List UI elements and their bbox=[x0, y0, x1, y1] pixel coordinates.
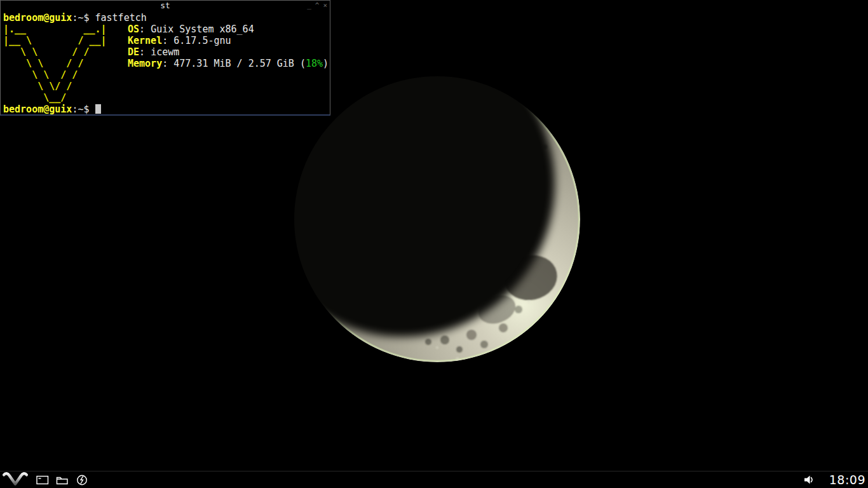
start-menu-button[interactable] bbox=[0, 471, 31, 488]
guix-ascii-logo-line: \__/ bbox=[3, 92, 327, 104]
prompt-user-host: bedroom@guix bbox=[3, 104, 72, 115]
terminal-command-line: bedroom@guix:~$ fastfetch bbox=[3, 12, 327, 24]
file-manager-launcher-button[interactable] bbox=[55, 473, 69, 486]
terminal-launcher-button[interactable] bbox=[36, 473, 50, 486]
terminal-prompt-line: bedroom@guix:~$ bbox=[3, 104, 327, 115]
terminal-cursor bbox=[95, 104, 101, 114]
prompt-suffix: :~$ bbox=[72, 104, 95, 115]
terminal-titlebar[interactable]: st _ ^ × bbox=[1, 1, 330, 11]
taskbar-clock[interactable]: 18:09 bbox=[829, 471, 865, 488]
taskbar: 18:09 bbox=[0, 471, 868, 488]
speaker-icon bbox=[803, 475, 815, 485]
volume-button[interactable] bbox=[803, 474, 815, 485]
browser-launcher-button[interactable] bbox=[75, 473, 89, 486]
fastfetch-de-line: DE: icewm bbox=[128, 46, 329, 58]
fastfetch-memory-line: Memory: 477.31 MiB / 2.57 GiB (18%) bbox=[128, 58, 329, 69]
browser-lightning-icon bbox=[76, 475, 88, 485]
terminal-screen[interactable]: bedroom@guix:~$ fastfetch |.__ __.| |__ … bbox=[1, 11, 330, 115]
fastfetch-kernel-line: Kernel: 6.17.5-gnu bbox=[128, 35, 329, 46]
fastfetch-os-line: OS: Guix System x86_64 bbox=[128, 24, 329, 35]
fastfetch-output: |.__ __.| |__ \ / __| \ \ / / \ \ / / \ … bbox=[3, 24, 327, 104]
prompt-user-host: bedroom@guix bbox=[3, 12, 72, 24]
guix-ascii-logo-line: \ \ / / bbox=[3, 69, 327, 81]
maximize-icon[interactable]: ^ bbox=[315, 1, 320, 11]
terminal-window[interactable]: st _ ^ × bedroom@guix:~$ fastfetch |.__ … bbox=[0, 0, 330, 116]
guix-ascii-logo-line: \ \/ / bbox=[3, 81, 327, 92]
guix-logo-icon bbox=[3, 472, 28, 488]
close-icon[interactable]: × bbox=[323, 1, 327, 11]
window-title: st bbox=[160, 1, 170, 11]
terminal-window-icon bbox=[36, 475, 49, 485]
typed-command: fastfetch bbox=[95, 12, 147, 24]
prompt-suffix: :~$ bbox=[72, 12, 95, 24]
minimize-icon[interactable]: _ bbox=[307, 1, 311, 11]
folder-icon bbox=[56, 475, 69, 485]
toolbar-launchers bbox=[36, 473, 89, 486]
